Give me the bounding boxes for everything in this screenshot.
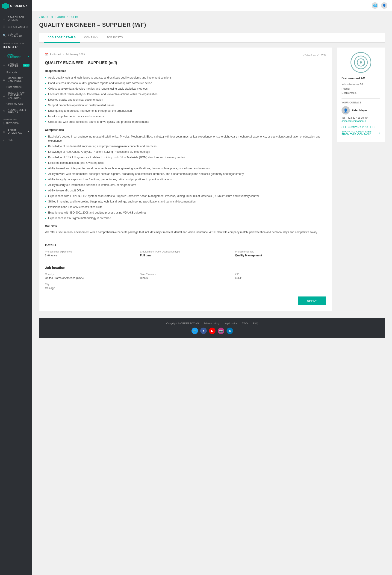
sidebar-item-create-rfq[interactable]: ☰ CREATE AN RFQ — [0, 23, 32, 31]
responsibilities-title: Responsibilities — [45, 69, 326, 72]
company-name: Drehmoment AG — [342, 76, 380, 80]
company-logo-wrap — [342, 52, 380, 73]
facebook-icon[interactable]: f — [200, 328, 207, 334]
company-logo-svg — [354, 55, 368, 69]
apply-row: APPLY — [45, 292, 326, 305]
career-icon: ☆ — [3, 64, 6, 67]
list-item: Experienced with ERP LN, LISA system as … — [45, 193, 326, 199]
instagram-icon[interactable]: 📷 — [218, 328, 224, 334]
premium-partner-section: PREMIUM PARTNER HANSER — [0, 40, 32, 51]
location-title: Job location — [45, 266, 326, 269]
see-company-profile-link[interactable]: SEE COMPANY PROFILE › — [342, 125, 380, 128]
professional-field-label: Professional field — [235, 250, 326, 253]
chevron-down-icon: ▼ — [27, 130, 29, 133]
location-grid2: City Chicago — [45, 283, 326, 290]
list-item: Ability to work with mathematical concep… — [45, 171, 326, 177]
location-grid: Country United States of America (USA) S… — [45, 273, 326, 280]
responsibilities-list: Apply quality tools and techniques to an… — [45, 75, 326, 125]
professional-field-col: Professional field Quality Management — [235, 250, 326, 257]
sidebar-item-search-orders[interactable]: ◻ SEARCH FOR ORDERS — [0, 14, 32, 23]
tab-company[interactable]: COMPANY — [80, 33, 102, 43]
list-item: Excellent communication (oral & written)… — [45, 160, 326, 166]
sidebar-item-search-companies[interactable]: 🔍 SEARCH COMPANIES — [0, 31, 32, 40]
sidebar-item-create-event[interactable]: Create my event — [0, 101, 32, 107]
sidebar-item-machinery-exchange[interactable]: ⊞ MACHINERY EXCHANGE — [0, 75, 32, 84]
footer-legal[interactable]: Legal notice — [224, 322, 237, 325]
professional-experience-col: Professional experience 3 -6 years — [45, 250, 136, 257]
list-item: Ability to apply concepts such as fracti… — [45, 177, 326, 182]
post-job-label: Post a job — [6, 71, 17, 74]
job-detail-card: 📅 Published on: 14 January 2019 JN2019-0… — [39, 47, 332, 311]
back-link[interactable]: ‹ BACK TO SEARCH RESULTS — [39, 16, 385, 18]
published-date-value: 14 January 2019 — [66, 53, 85, 56]
tab-job-post-details-label: JOB POST DETAILS — [48, 36, 76, 39]
trade-show-icon: ⊡ — [3, 94, 6, 97]
search-orders-label: SEARCH FOR ORDERS — [8, 16, 29, 21]
chevron-right-icon: › — [374, 126, 375, 128]
footer-social: 🐦 f ▶ 📷 in — [43, 328, 381, 334]
list-item: Facilitate Root Cause Analysis, Correcti… — [45, 92, 326, 97]
footer: Copyright © ORDERFOX AG Privacy policy L… — [39, 318, 385, 338]
professional-experience-value: 3 -6 years — [45, 254, 136, 257]
contact-row: 👤 Peter Mayer — [342, 106, 380, 115]
employment-type-label: Employment type / Occupation type — [140, 250, 231, 253]
career-label: CAREER CENTRE — [8, 63, 20, 68]
sidebar-item-help[interactable]: ? HELP — [0, 136, 32, 144]
competencies-list: Bachelor's degree in an engineering rela… — [45, 134, 326, 221]
about-icon: ⊞ — [3, 130, 6, 133]
twitter-icon[interactable]: 🐦 — [192, 328, 198, 334]
search-orders-icon: ◻ — [3, 17, 6, 20]
chevron-right-icon-2: › — [379, 132, 380, 134]
company-address-line2: Ruggell — [342, 87, 350, 90]
other-functions-icon: ··· — [3, 55, 5, 57]
professional-field-value: Quality Management — [235, 254, 326, 257]
tabs-bar: JOB POST DETAILS COMPANY JOB POSTS — [39, 33, 385, 43]
sidebar-item-knowledge[interactable]: ⊙ KNOWLEDGE & TRENDS — [0, 107, 32, 116]
topbar: 🌐 👤 — [32, 0, 392, 11]
about-label: ABOUT ORDERFOX — [8, 129, 25, 134]
sidebar-item-about[interactable]: ⊞ ABOUT ORDERFOX ▼ — [0, 127, 32, 136]
country-value: United States of America (USA) — [45, 276, 136, 280]
globe-icon[interactable]: 🌐 — [372, 2, 378, 9]
footer-privacy[interactable]: Privacy policy — [203, 322, 219, 325]
youtube-icon[interactable]: ▶ — [209, 328, 216, 334]
country-label: Country — [45, 273, 136, 276]
logo: ORDERFOX — [0, 0, 32, 12]
partnership-section: PARTNERSHIP △ AUTODESK — [0, 116, 32, 127]
create-rfq-icon: ☰ — [3, 25, 6, 28]
sidebar-item-trade-show[interactable]: ⊡ TRADE SHOW AND EVENT CALENDAR — [0, 90, 32, 101]
list-item: Bachelor's degree in an engineering rela… — [45, 134, 326, 144]
help-icon: ? — [3, 138, 6, 142]
sidebar-item-place-machine[interactable]: Place machine — [0, 84, 32, 90]
company-sidebar: Drehmoment AG Industriestrasse 53 Ruggel… — [337, 47, 385, 311]
sidebar-item-career-centre[interactable]: ☆ CAREER CENTRE NEW — [0, 61, 32, 70]
sidebar-item-post-job[interactable]: Post a job — [0, 70, 32, 75]
machinery-icon: ⊞ — [3, 78, 6, 81]
linkedin-icon[interactable]: in — [226, 328, 233, 334]
list-item: Develop quality and technical documentat… — [45, 97, 326, 102]
job-number: JN2019-01-1477467 — [303, 53, 326, 56]
other-functions-header[interactable]: ··· OTHER FUNCTIONS ▲ — [0, 51, 32, 61]
footer-links: Copyright © ORDERFOX AG Privacy policy L… — [43, 322, 381, 325]
apply-button[interactable]: APPLY — [298, 296, 326, 305]
user-avatar[interactable]: 👤 — [381, 2, 387, 9]
logo-icon — [2, 3, 9, 9]
footer-tcs[interactable]: T&Cs — [242, 322, 248, 325]
zip-col: ZIP 60611 — [235, 273, 326, 280]
premium-name: HANSER — [3, 45, 29, 49]
tab-job-post-details[interactable]: JOB POST DETAILS — [44, 33, 80, 43]
search-companies-icon: 🔍 — [3, 34, 6, 37]
show-all-jobs-link[interactable]: SHOW ALL OPEN JOBS FROM THIS COMPANY › — [342, 130, 380, 136]
contact-email[interactable]: office@drehmoment.li — [342, 120, 380, 122]
details-section: Details Professional experience 3 -6 yea… — [45, 239, 326, 257]
footer-faq[interactable]: FAQ — [253, 322, 258, 325]
help-label: HELP — [8, 139, 14, 141]
tab-job-posts[interactable]: JOB POSTS — [102, 33, 127, 43]
see-company-profile-label: SEE COMPANY PROFILE — [342, 125, 374, 128]
tab-job-posts-label: JOB POSTS — [107, 36, 123, 39]
list-item: Ability to read and interpret technical … — [45, 166, 326, 171]
state-label: State/Province — [140, 273, 231, 276]
sidebar-nav: ◻ SEARCH FOR ORDERS ☰ CREATE AN RFQ 🔍 SE… — [0, 12, 32, 570]
our-offer-title: Our Offer — [45, 225, 326, 228]
logo-text: ORDERFOX — [10, 4, 28, 8]
